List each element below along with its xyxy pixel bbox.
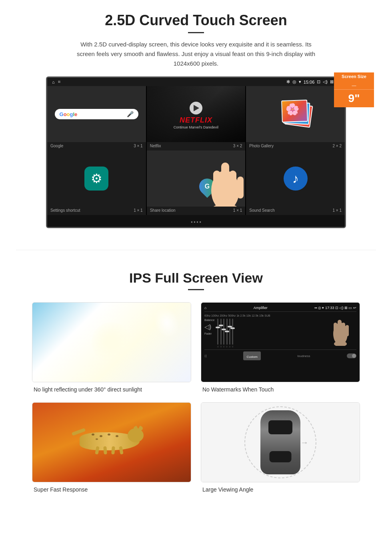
section1-title: 2.5D Curved Touch Screen xyxy=(24,12,368,29)
eq-band-5: 0 xyxy=(229,319,230,348)
signal-icon: ⊠ xyxy=(330,79,334,84)
gear-icon: ⚙ xyxy=(91,171,102,186)
car-rear-window xyxy=(270,451,292,462)
netflix-play-button[interactable] xyxy=(190,102,202,114)
google-app-name: Google xyxy=(50,144,63,148)
sound-search-app-cell[interactable]: ♪ Sound Search 1 × 1 xyxy=(246,151,345,215)
eq-band-3: 0 xyxy=(223,319,224,348)
amp-footer: ⟨⟨ Custom loudness xyxy=(204,349,356,360)
bluetooth-icon: ✻ xyxy=(286,79,290,84)
sound-icon-bg: ♪ xyxy=(284,167,308,191)
share-cell-content xyxy=(147,151,246,207)
photo-gallery-app-cell[interactable]: 🌸 Photo Gallery 2 × 2 xyxy=(246,86,345,151)
gallery-cell-content: 🌸 xyxy=(246,86,345,142)
amp-controls: Balance ◁) Fader 0 xyxy=(204,319,356,348)
svg-point-5 xyxy=(212,204,238,207)
hand-touch-eq-icon xyxy=(328,314,352,346)
feature-sunlight: No light reflecting under 360° direct su… xyxy=(32,302,191,393)
netflix-app-size: 3 × 2 xyxy=(233,144,242,148)
device-screen: ⌂ ⌗ ✻ ◎ ▾ 15:06 ⊡ ◁) ⊠ ▭ xyxy=(46,76,346,228)
netflix-logo: NETFLIX xyxy=(174,116,218,124)
page-dots: ● ● ● ● xyxy=(47,215,345,227)
settings-label: Settings shortcut 1 × 1 xyxy=(47,207,146,215)
google-logo: Google xyxy=(60,111,78,117)
wifi-icon: ▾ xyxy=(299,79,301,84)
cheetah-body xyxy=(72,426,152,458)
section-curved-screen: 2.5D Curved Touch Screen With 2.5D curve… xyxy=(0,0,392,238)
netflix-content: NETFLIX Continue Marvel's Daredevil xyxy=(174,99,218,129)
amplifier-image: ⌂ Amplifier ▪▪ ◎ ▾ 17:33 ⊡ ◁) ⊠ ▭ ↩ 60hz… xyxy=(201,302,360,382)
car-arrow-right: → xyxy=(300,438,308,447)
cheetah-image xyxy=(32,402,191,482)
netflix-label: Netflix 3 × 2 xyxy=(147,142,246,151)
music-note-icon: ♪ xyxy=(292,171,299,186)
sound-search-app-size: 1 × 1 xyxy=(332,208,342,213)
google-label: Google 3 × 1 xyxy=(47,142,146,151)
section2-underline xyxy=(188,289,204,290)
time-display: 15:06 xyxy=(304,80,315,84)
camera-icon: ⊡ xyxy=(317,79,320,84)
amp-custom-button[interactable]: Custom xyxy=(243,351,261,360)
section1-description: With 2.5D curved-display screen, this de… xyxy=(72,40,320,68)
google-app-size: 3 × 1 xyxy=(134,144,143,148)
svg-rect-7 xyxy=(338,320,342,336)
sound-search-app-name: Sound Search xyxy=(249,208,274,213)
car-image: ↑ → xyxy=(201,402,360,482)
svg-rect-3 xyxy=(229,171,236,197)
status-left: ⌂ ⌗ xyxy=(52,79,60,84)
usb-icon: ⌗ xyxy=(58,79,60,84)
amp-time: ▪▪ ◎ ▾ 17:33 ⊡ ◁) ⊠ ▭ ↩ xyxy=(314,306,356,310)
feature-grid: No light reflecting under 360° direct su… xyxy=(24,302,368,493)
netflix-cell-content: NETFLIX Continue Marvel's Daredevil xyxy=(147,86,246,142)
car-body-shape xyxy=(260,410,300,474)
eq-band-6: 0 xyxy=(232,319,233,348)
amp-toggle[interactable] xyxy=(347,353,356,358)
app-grid-row2: ⚙ Settings shortcut 1 × 1 xyxy=(47,151,345,215)
sound-search-label: Sound Search 1 × 1 xyxy=(246,207,345,215)
maps-pin-icon xyxy=(196,175,219,198)
svg-point-0 xyxy=(211,171,239,207)
netflix-app-cell[interactable]: NETFLIX Continue Marvel's Daredevil Netf… xyxy=(147,86,246,151)
settings-app-cell[interactable]: ⚙ Settings shortcut 1 × 1 xyxy=(47,151,146,215)
home-icon: ⌂ xyxy=(52,80,55,84)
eq-band-4: 0 xyxy=(226,319,227,348)
section-divider xyxy=(16,250,376,250)
settings-cell-content: ⚙ xyxy=(47,151,146,207)
microphone-icon: 🎤 xyxy=(127,111,134,117)
section-ips-screen: IPS Full Screen View No light reflecting… xyxy=(0,262,392,505)
car-label: Large Viewing Angle xyxy=(201,486,360,493)
title-underline xyxy=(188,32,204,33)
netflix-subtitle: Continue Marvel's Daredevil xyxy=(174,125,218,129)
svg-rect-8 xyxy=(334,323,337,337)
car-visual: ↑ → xyxy=(201,403,360,482)
gallery-card-3: 🌸 xyxy=(281,100,308,122)
settings-app-size: 1 × 1 xyxy=(134,208,143,213)
volume-icon: ◁) xyxy=(323,79,328,84)
google-search-bar[interactable]: Google 🎤 xyxy=(55,109,139,119)
screen-size-badge: Screen Size — 9" xyxy=(334,72,374,107)
gallery-label: Photo Gallery 2 × 2 xyxy=(246,142,345,151)
amp-home-icon: ⌂ xyxy=(204,306,206,310)
feature-amplifier: ⌂ Amplifier ▪▪ ◎ ▾ 17:33 ⊡ ◁) ⊠ ▭ ↩ 60hz… xyxy=(201,302,360,393)
share-location-label: Share location 1 × 1 xyxy=(147,207,246,215)
google-app-cell[interactable]: Google 🎤 Google 3 × 1 xyxy=(47,86,146,151)
eq-band-1: 0 xyxy=(217,319,218,348)
eq-band-2: 0 xyxy=(220,319,222,348)
svg-rect-1 xyxy=(221,163,229,195)
netflix-app-name: Netflix xyxy=(150,144,161,148)
svg-rect-9 xyxy=(342,323,345,337)
google-cell-content: Google 🎤 xyxy=(47,86,146,142)
gallery-app-size: 2 × 2 xyxy=(332,144,342,148)
amplifier-visual: ⌂ Amplifier ▪▪ ◎ ▾ 17:33 ⊡ ◁) ⊠ ▭ ↩ 60hz… xyxy=(201,303,360,382)
settings-app-name: Settings shortcut xyxy=(50,208,80,213)
sunlight-label: No light reflecting under 360° direct su… xyxy=(32,386,191,393)
gallery-app-name: Photo Gallery xyxy=(249,144,274,148)
sun-glow xyxy=(92,322,132,362)
screen-size-label: Screen Size xyxy=(334,72,374,80)
car-top-view: ↑ → xyxy=(256,410,304,474)
feature-cheetah: Super Fast Response xyxy=(32,402,191,493)
svg-rect-10 xyxy=(346,325,349,336)
settings-icon-bg: ⚙ xyxy=(84,167,108,191)
share-location-app-size: 1 × 1 xyxy=(233,208,242,213)
share-location-app-cell[interactable]: Share location 1 × 1 xyxy=(147,151,246,215)
